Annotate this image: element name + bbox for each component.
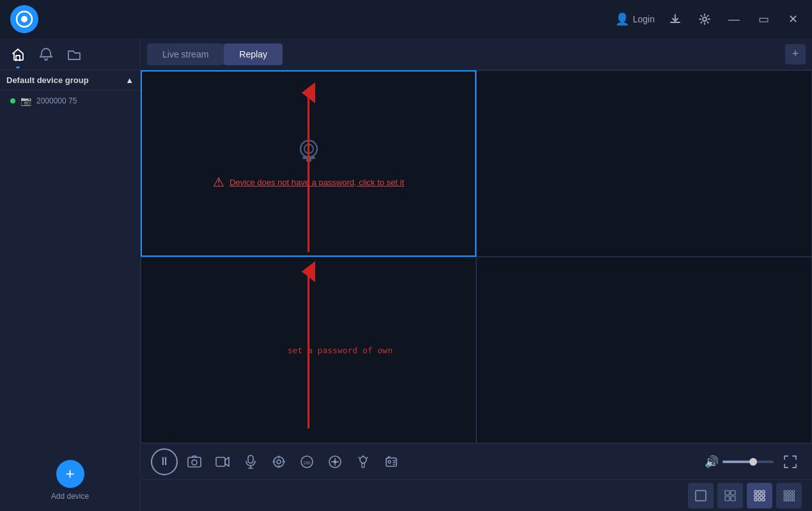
- svg-rect-55: [784, 496, 786, 498]
- svg-rect-59: [784, 499, 786, 501]
- svg-rect-60: [787, 499, 789, 501]
- svg-rect-54: [793, 493, 795, 495]
- face-detection-button[interactable]: [380, 450, 403, 473]
- svg-rect-56: [787, 496, 789, 498]
- svg-rect-44: [754, 498, 757, 501]
- tab-replay[interactable]: Replay: [224, 43, 283, 65]
- device-group-default[interactable]: Default device group ▲: [0, 70, 140, 91]
- volume-section: 🔊: [705, 455, 774, 469]
- video-cell-1[interactable]: ⚠ Device does not have a password, click…: [141, 70, 476, 257]
- svg-rect-52: [787, 493, 789, 495]
- device-online-dot: [10, 98, 15, 103]
- device-camera-icon: 📷: [20, 96, 31, 106]
- svg-rect-50: [793, 491, 795, 492]
- volume-slider[interactable]: [722, 461, 774, 463]
- svg-line-29: [359, 457, 360, 459]
- svg-point-12: [192, 460, 197, 465]
- svg-rect-6: [306, 159, 311, 162]
- sidebar-nav: [0, 38, 140, 70]
- light-button[interactable]: [352, 450, 375, 473]
- download-icon[interactable]: [666, 10, 684, 28]
- svg-rect-36: [725, 496, 730, 501]
- svg-point-26: [334, 460, 337, 463]
- fullscreen-button[interactable]: [779, 450, 802, 473]
- lens-180-button[interactable]: 180: [295, 450, 318, 473]
- svg-rect-45: [758, 498, 761, 501]
- add-tab-button[interactable]: +: [785, 44, 806, 65]
- screenshot-button[interactable]: [183, 450, 206, 473]
- svg-rect-34: [725, 491, 730, 495]
- chevron-up-icon: ▲: [125, 75, 134, 85]
- svg-rect-14: [248, 455, 253, 463]
- svg-rect-40: [762, 491, 765, 493]
- topbar-right: 👤 Login — ▭ ✕: [615, 10, 802, 28]
- svg-rect-57: [790, 496, 792, 498]
- ptz-button[interactable]: [267, 450, 290, 473]
- svg-point-18: [277, 460, 281, 464]
- video-cell-3[interactable]: set a password of own: [141, 257, 476, 443]
- svg-rect-53: [790, 493, 792, 495]
- tab-live-stream[interactable]: Live stream: [147, 43, 224, 65]
- svg-point-3: [301, 141, 317, 157]
- ptz-control-button[interactable]: [324, 450, 347, 473]
- close-icon[interactable]: ✕: [784, 10, 802, 28]
- device-group-label: Default device group: [6, 75, 89, 85]
- svg-text:180: 180: [303, 461, 311, 465]
- warning-triangle-icon: ⚠: [213, 174, 224, 190]
- svg-point-2: [703, 17, 707, 21]
- user-icon: 👤: [615, 12, 629, 26]
- settings-icon[interactable]: [696, 10, 714, 28]
- add-device-label: Add device: [51, 492, 89, 501]
- password-warning-link[interactable]: Device does not have a password, click t…: [230, 178, 404, 187]
- video-cell-2[interactable]: [476, 70, 812, 257]
- record-button[interactable]: [211, 450, 234, 473]
- layout-16-button[interactable]: [776, 483, 802, 508]
- topbar: 👤 Login — ▭ ✕: [0, 0, 812, 38]
- svg-rect-49: [790, 491, 792, 492]
- sidebar: Default device group ▲ 📷 2000000 75 + Ad…: [0, 38, 141, 511]
- svg-point-32: [388, 461, 391, 463]
- svg-rect-46: [762, 498, 765, 501]
- layout-1-button[interactable]: [688, 483, 714, 508]
- password-warning[interactable]: ⚠ Device does not have a password, click…: [213, 174, 404, 190]
- add-device-button[interactable]: +: [56, 460, 84, 488]
- app-logo[interactable]: [10, 5, 38, 33]
- svg-rect-39: [758, 491, 761, 493]
- svg-rect-13: [216, 457, 225, 466]
- svg-rect-37: [731, 496, 735, 501]
- video-grid: ⚠ Device does not have a password, click…: [141, 70, 812, 443]
- svg-line-30: [367, 457, 368, 459]
- login-label: Login: [633, 14, 655, 24]
- device-name: 2000000 75: [36, 96, 77, 105]
- tab-bar: Live stream Replay +: [141, 38, 812, 70]
- sidebar-item-folder[interactable]: [61, 42, 87, 67]
- layout-bar: [141, 479, 812, 511]
- volume-fill: [722, 461, 753, 463]
- layout-9-button[interactable]: [747, 483, 772, 508]
- volume-icon: 🔊: [705, 455, 719, 469]
- video-cell-4[interactable]: [476, 257, 812, 443]
- pause-button[interactable]: ⏸: [151, 448, 178, 475]
- svg-rect-51: [784, 493, 786, 495]
- layout-4-button[interactable]: [717, 483, 743, 508]
- bottom-toolbar: ⏸: [141, 443, 812, 479]
- minimize-icon[interactable]: —: [725, 10, 743, 28]
- microphone-button[interactable]: [239, 450, 262, 473]
- main-area: Live stream Replay + ⚠ Device: [141, 38, 812, 511]
- sidebar-item-notifications[interactable]: [33, 42, 59, 67]
- svg-rect-62: [793, 499, 795, 501]
- svg-rect-61: [790, 499, 792, 501]
- svg-rect-58: [793, 496, 795, 498]
- svg-point-27: [360, 457, 366, 463]
- login-button[interactable]: 👤 Login: [615, 12, 655, 26]
- device-item[interactable]: 📷 2000000 75: [0, 91, 140, 111]
- svg-rect-47: [784, 491, 786, 492]
- maximize-icon[interactable]: ▭: [754, 10, 772, 28]
- volume-thumb[interactable]: [749, 458, 757, 466]
- svg-rect-38: [754, 491, 757, 493]
- svg-rect-5: [302, 156, 315, 159]
- content-row: Default device group ▲ 📷 2000000 75 + Ad…: [0, 38, 812, 511]
- sidebar-item-home[interactable]: [5, 42, 31, 67]
- svg-rect-41: [754, 494, 757, 497]
- password-hint-text: set a password of own: [288, 346, 393, 355]
